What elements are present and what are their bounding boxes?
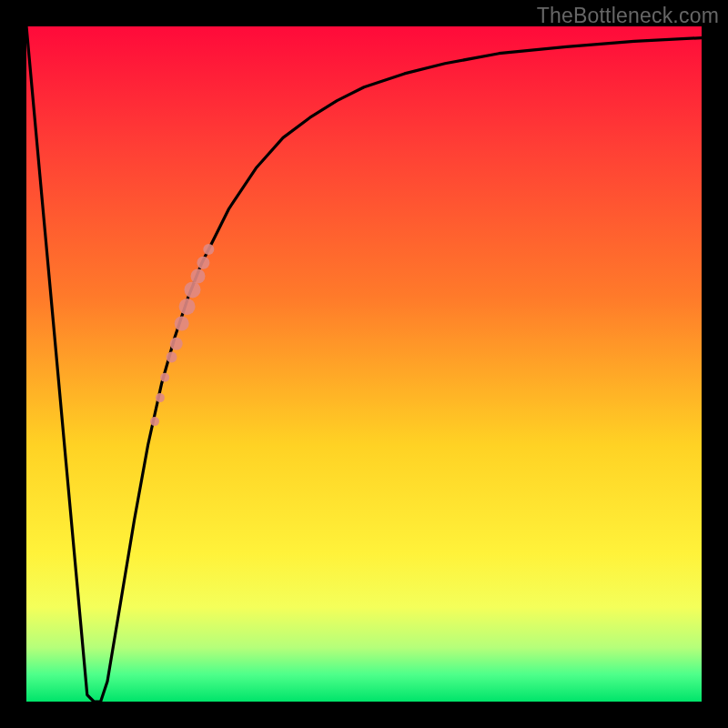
chart-svg (26, 26, 702, 702)
highlight-dot (185, 281, 201, 298)
highlight-dot (197, 257, 209, 269)
highlight-dot (160, 373, 169, 382)
highlight-dots-group (150, 244, 214, 426)
highlight-dot (203, 244, 214, 255)
highlight-dot (179, 298, 196, 315)
attribution-text: TheBottleneck.com (537, 4, 719, 28)
highlight-dot (167, 352, 177, 363)
highlight-dot (150, 417, 159, 426)
highlight-dot (175, 317, 189, 331)
highlight-dot (170, 338, 183, 350)
highlight-dot (156, 393, 165, 402)
bottleneck-curve-path (26, 26, 702, 702)
highlight-dot (191, 269, 206, 284)
chart-frame: TheBottleneck.com (0, 0, 728, 728)
